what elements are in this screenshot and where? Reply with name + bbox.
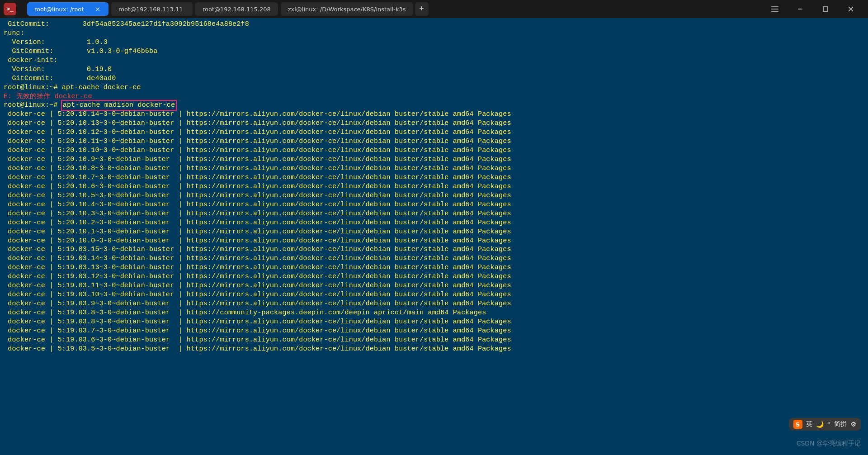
close-icon[interactable] bbox=[843, 3, 859, 15]
tab-1[interactable]: root@192.168.113.11 bbox=[111, 2, 193, 16]
tab-label: root@linux: /root bbox=[34, 6, 84, 13]
tab-close-icon[interactable]: × bbox=[94, 5, 101, 13]
hamburger-menu-icon[interactable] bbox=[767, 3, 783, 15]
error-line: E: 无效的操作 docker-ce bbox=[4, 93, 92, 100]
tab-0[interactable]: root@linux: /root× bbox=[27, 2, 108, 16]
tab-label: root@192.168.113.11 bbox=[118, 6, 183, 13]
tab-label: root@192.168.115.208 bbox=[203, 6, 271, 13]
tab-label: zxl@linux: /D/Workspace/K8S/install-k3s bbox=[288, 6, 406, 13]
app-icon[interactable] bbox=[4, 3, 16, 15]
watermark-text: CSDN @学亮编程手记 bbox=[797, 440, 861, 448]
minimize-icon[interactable] bbox=[792, 3, 808, 15]
titlebar: root@linux: /root×root@192.168.113.11roo… bbox=[0, 0, 868, 18]
new-tab-button[interactable]: + bbox=[415, 2, 429, 16]
ime-logo-icon: S bbox=[793, 420, 802, 429]
ime-moon-icon[interactable]: 🌙 bbox=[816, 421, 824, 428]
ime-sep: '' bbox=[827, 421, 831, 428]
svg-rect-0 bbox=[823, 7, 828, 11]
highlighted-command: apt-cache madison docker-ce bbox=[61, 100, 177, 111]
tabs-container: root@linux: /root×root@192.168.113.11roo… bbox=[27, 2, 413, 16]
ime-gear-icon[interactable]: ⚙ bbox=[850, 421, 856, 428]
maximize-icon[interactable] bbox=[817, 3, 834, 15]
ime-mode[interactable]: 简拼 bbox=[834, 420, 847, 428]
tab-2[interactable]: root@192.168.115.208 bbox=[195, 2, 278, 16]
window-controls bbox=[767, 3, 864, 15]
tab-3[interactable]: zxl@linux: /D/Workspace/K8S/install-k3s bbox=[281, 2, 413, 16]
ime-toolbar[interactable]: S 英 🌙 '' 简拼 ⚙ bbox=[789, 418, 861, 431]
ime-lang[interactable]: 英 bbox=[806, 420, 812, 428]
terminal-output[interactable]: GitCommit: 3df54a852345ae127d1fa3092b951… bbox=[0, 18, 868, 355]
